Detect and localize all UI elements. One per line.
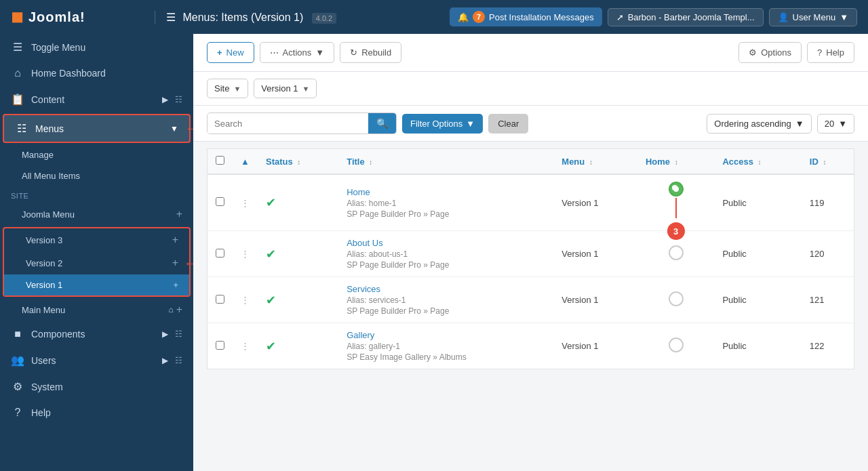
home-radio[interactable] bbox=[669, 337, 684, 352]
version2-label: Version 2 bbox=[26, 258, 62, 268]
version-items-box: Version 3 + Version 2 + ← 2 Version 1 + bbox=[3, 227, 191, 297]
access-cell: Public bbox=[714, 231, 801, 277]
annotation-1: ← 1 bbox=[185, 120, 193, 138]
chevron-down-icon: ▼ bbox=[840, 12, 848, 22]
sidebar-users[interactable]: 👥 Users ▶ ☷ bbox=[0, 347, 193, 373]
sidebar-system[interactable]: ⚙ System bbox=[0, 373, 193, 400]
actions-button[interactable]: ⋯ Actions ▼ bbox=[260, 42, 335, 63]
menu-header[interactable]: Menu ↕ bbox=[553, 149, 637, 175]
search-bar: 🔍 Filter Options ▼ Clear Ordering ascend… bbox=[193, 106, 868, 142]
help-button[interactable]: ? Help bbox=[807, 42, 854, 63]
sidebar-version1[interactable]: Version 1 + bbox=[4, 274, 189, 295]
item-title-link[interactable]: About Us bbox=[347, 238, 545, 248]
menus-arrow: ▼ bbox=[170, 124, 178, 134]
components-grid-icon: ☷ bbox=[175, 329, 182, 339]
home-radio-active[interactable] bbox=[669, 182, 684, 197]
item-alias: Alias: home-1 bbox=[347, 199, 545, 208]
status-header[interactable]: Status ↕ bbox=[258, 149, 338, 175]
version-filter-label: Version 1 bbox=[261, 83, 298, 94]
main-menu-add-icon[interactable]: + bbox=[176, 304, 182, 316]
help-button-label: Help bbox=[826, 47, 844, 58]
notification-label: Post Installation Messages bbox=[489, 12, 594, 22]
content-arrow: ▶ bbox=[162, 95, 168, 104]
page-title: ☰ Menus: Items (Version 1) 4.0.2 bbox=[155, 11, 441, 24]
access-header[interactable]: Access ↕ bbox=[714, 149, 801, 175]
item-alias: Alias: gallery-1 bbox=[347, 342, 545, 351]
title-cell: Home Alias: home-1 SP Page Builder Pro »… bbox=[338, 174, 553, 231]
site-section-label: Site bbox=[0, 186, 193, 203]
users-icon: 👥 bbox=[11, 354, 24, 367]
sidebar-content[interactable]: 📋 Content ▶ ☷ bbox=[0, 86, 193, 112]
version3-add-icon[interactable]: + bbox=[172, 234, 178, 246]
access-sort-icon: ↕ bbox=[758, 159, 762, 166]
home-header[interactable]: Home ↕ bbox=[637, 149, 714, 175]
notifications-button[interactable]: 🔔 7 Post Installation Messages bbox=[450, 7, 602, 26]
table-row: ⋮ ✔ Home Alias: home-1 SP Page Builder P… bbox=[208, 174, 854, 231]
sidebar-toggle-menu[interactable]: ☰ Toggle Menu bbox=[0, 34, 193, 60]
sidebar-menus[interactable]: ☷ Menus ▼ bbox=[4, 115, 189, 142]
home-radio[interactable] bbox=[669, 245, 684, 260]
annotation-arrow-line bbox=[675, 198, 677, 218]
sidebar-help[interactable]: ? Help bbox=[0, 400, 193, 426]
item-type: SP Page Builder Pro » Page bbox=[347, 306, 545, 316]
title-sort-icon: ↕ bbox=[369, 159, 372, 166]
version-badge: 4.0.2 bbox=[312, 13, 336, 24]
home-sort-icon: ↕ bbox=[675, 159, 678, 166]
search-submit-button[interactable]: 🔍 bbox=[368, 113, 396, 134]
row-checkbox[interactable] bbox=[216, 341, 224, 350]
ordering-chevron: ▼ bbox=[795, 119, 804, 129]
version-filter[interactable]: Version 1 ▼ bbox=[254, 79, 317, 98]
joomla-menu-add-icon[interactable]: + bbox=[176, 208, 182, 220]
item-title-link[interactable]: Services bbox=[347, 284, 545, 294]
template-button[interactable]: ➚ Barbon - Barber Joomla Templ... bbox=[608, 8, 764, 26]
filter-options-button[interactable]: Filter Options ▼ bbox=[402, 114, 483, 134]
version1-add-icon[interactable]: + bbox=[173, 280, 178, 290]
row-checkbox[interactable] bbox=[216, 197, 224, 206]
dots-icon: ⋯ bbox=[270, 47, 279, 58]
user-menu-button[interactable]: 👤 User Menu ▼ bbox=[769, 8, 857, 26]
site-filter[interactable]: Site ▼ bbox=[207, 79, 248, 98]
actions-button-label: Actions bbox=[283, 47, 312, 58]
id-header[interactable]: ID ↕ bbox=[802, 149, 854, 175]
arrow-left-icon: ← bbox=[185, 121, 193, 136]
title-header[interactable]: Title ↕ bbox=[338, 149, 553, 175]
sidebar-version2[interactable]: Version 2 + ← 2 bbox=[4, 251, 189, 274]
sidebar-main-menu[interactable]: Main Menu ⌂ + bbox=[0, 298, 193, 321]
rebuild-button[interactable]: ↻ Rebuild bbox=[340, 42, 401, 63]
help-icon: ? bbox=[11, 407, 24, 419]
sidebar-home-dashboard[interactable]: ⌂ Home Dashboard bbox=[0, 60, 193, 86]
per-page-select[interactable]: 20 ▼ bbox=[817, 114, 854, 134]
row-checkbox[interactable] bbox=[216, 249, 224, 258]
search-input[interactable] bbox=[208, 114, 368, 134]
item-title-link[interactable]: Gallery bbox=[347, 330, 545, 340]
version2-add-icon[interactable]: + bbox=[172, 257, 178, 269]
all-menu-items-label: All Menu Items bbox=[22, 171, 80, 181]
home-radio[interactable] bbox=[669, 291, 684, 306]
sidebar-version3[interactable]: Version 3 + bbox=[4, 228, 189, 251]
clear-button[interactable]: Clear bbox=[488, 114, 528, 134]
menu-cell: Version 1 bbox=[553, 174, 637, 231]
sidebar-joomla-menu[interactable]: Joomla Menu + bbox=[0, 203, 193, 226]
sidebar-components[interactable]: ■ Components ▶ ☷ bbox=[0, 321, 193, 347]
content-grid-icon: ☷ bbox=[175, 95, 182, 104]
home-cell bbox=[637, 277, 714, 323]
components-arrow: ▶ bbox=[162, 329, 168, 339]
new-button[interactable]: + New bbox=[207, 42, 254, 63]
sidebar-all-menu-items[interactable]: All Menu Items bbox=[0, 165, 193, 186]
options-button[interactable]: ⚙ Options bbox=[738, 42, 802, 63]
user-icon: 👤 bbox=[778, 12, 789, 22]
item-title-link[interactable]: Home bbox=[347, 187, 545, 197]
menus-label: Menus bbox=[35, 123, 163, 134]
rebuild-icon: ↻ bbox=[350, 47, 357, 58]
search-input-wrap: 🔍 bbox=[207, 112, 397, 134]
rebuild-button-label: Rebuild bbox=[361, 47, 391, 58]
row-checkbox[interactable] bbox=[216, 295, 224, 304]
menu-cell: Version 1 bbox=[553, 277, 637, 323]
select-all-checkbox[interactable] bbox=[216, 156, 224, 165]
item-type: SP Page Builder Pro » Page bbox=[347, 260, 545, 270]
access-cell: Public bbox=[714, 174, 801, 231]
content-icon: 📋 bbox=[11, 93, 24, 106]
sidebar-manage[interactable]: Manage bbox=[0, 144, 193, 165]
ordering-select[interactable]: Ordering ascending ▼ bbox=[707, 114, 811, 134]
users-label: Users bbox=[31, 355, 155, 366]
